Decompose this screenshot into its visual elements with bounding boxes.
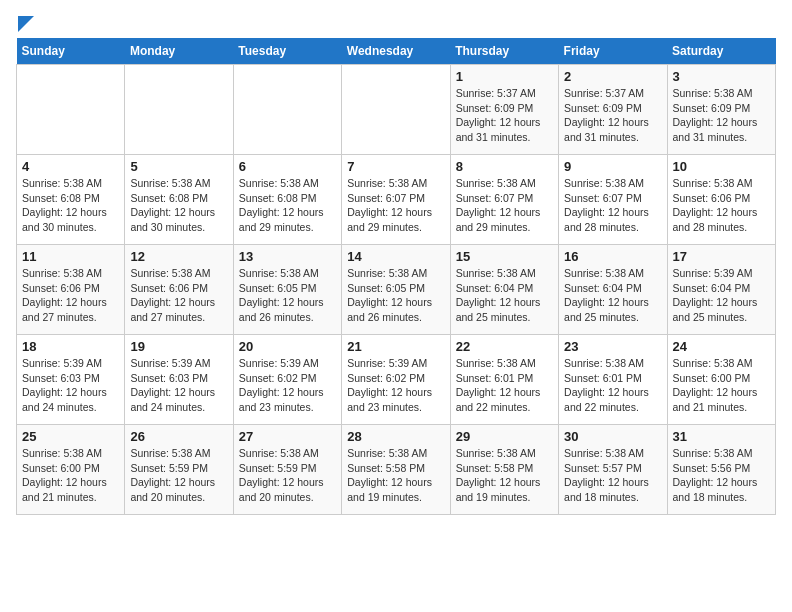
- header-sunday: Sunday: [17, 38, 125, 65]
- calendar-week-row: 25Sunrise: 5:38 AMSunset: 6:00 PMDayligh…: [17, 425, 776, 515]
- calendar-week-row: 18Sunrise: 5:39 AMSunset: 6:03 PMDayligh…: [17, 335, 776, 425]
- calendar-week-row: 1Sunrise: 5:37 AMSunset: 6:09 PMDaylight…: [17, 65, 776, 155]
- calendar-cell: 11Sunrise: 5:38 AMSunset: 6:06 PMDayligh…: [17, 245, 125, 335]
- day-number: 4: [22, 159, 119, 174]
- day-info: Sunrise: 5:38 AMSunset: 5:59 PMDaylight:…: [239, 446, 336, 505]
- day-info: Sunrise: 5:38 AMSunset: 6:07 PMDaylight:…: [347, 176, 444, 235]
- calendar-cell: 20Sunrise: 5:39 AMSunset: 6:02 PMDayligh…: [233, 335, 341, 425]
- header-friday: Friday: [559, 38, 667, 65]
- day-number: 25: [22, 429, 119, 444]
- calendar-cell: 16Sunrise: 5:38 AMSunset: 6:04 PMDayligh…: [559, 245, 667, 335]
- calendar-cell: [17, 65, 125, 155]
- day-info: Sunrise: 5:38 AMSunset: 5:59 PMDaylight:…: [130, 446, 227, 505]
- calendar-cell: 18Sunrise: 5:39 AMSunset: 6:03 PMDayligh…: [17, 335, 125, 425]
- day-number: 23: [564, 339, 661, 354]
- day-number: 12: [130, 249, 227, 264]
- logo-icon: [18, 16, 34, 32]
- day-info: Sunrise: 5:38 AMSunset: 6:08 PMDaylight:…: [130, 176, 227, 235]
- day-number: 18: [22, 339, 119, 354]
- calendar-cell: 22Sunrise: 5:38 AMSunset: 6:01 PMDayligh…: [450, 335, 558, 425]
- calendar-header-row: SundayMondayTuesdayWednesdayThursdayFrid…: [17, 38, 776, 65]
- calendar-cell: 5Sunrise: 5:38 AMSunset: 6:08 PMDaylight…: [125, 155, 233, 245]
- calendar-cell: 19Sunrise: 5:39 AMSunset: 6:03 PMDayligh…: [125, 335, 233, 425]
- calendar-cell: 4Sunrise: 5:38 AMSunset: 6:08 PMDaylight…: [17, 155, 125, 245]
- calendar-cell: 15Sunrise: 5:38 AMSunset: 6:04 PMDayligh…: [450, 245, 558, 335]
- calendar-cell: 3Sunrise: 5:38 AMSunset: 6:09 PMDaylight…: [667, 65, 775, 155]
- day-info: Sunrise: 5:38 AMSunset: 6:05 PMDaylight:…: [347, 266, 444, 325]
- header-tuesday: Tuesday: [233, 38, 341, 65]
- day-info: Sunrise: 5:39 AMSunset: 6:02 PMDaylight:…: [239, 356, 336, 415]
- day-number: 10: [673, 159, 770, 174]
- day-number: 19: [130, 339, 227, 354]
- calendar-cell: 7Sunrise: 5:38 AMSunset: 6:07 PMDaylight…: [342, 155, 450, 245]
- day-info: Sunrise: 5:37 AMSunset: 6:09 PMDaylight:…: [456, 86, 553, 145]
- day-number: 2: [564, 69, 661, 84]
- day-number: 13: [239, 249, 336, 264]
- calendar-cell: 31Sunrise: 5:38 AMSunset: 5:56 PMDayligh…: [667, 425, 775, 515]
- day-number: 15: [456, 249, 553, 264]
- day-number: 7: [347, 159, 444, 174]
- day-info: Sunrise: 5:38 AMSunset: 5:58 PMDaylight:…: [347, 446, 444, 505]
- day-number: 16: [564, 249, 661, 264]
- day-info: Sunrise: 5:38 AMSunset: 6:09 PMDaylight:…: [673, 86, 770, 145]
- day-number: 11: [22, 249, 119, 264]
- day-info: Sunrise: 5:39 AMSunset: 6:02 PMDaylight:…: [347, 356, 444, 415]
- calendar-cell: 26Sunrise: 5:38 AMSunset: 5:59 PMDayligh…: [125, 425, 233, 515]
- header-saturday: Saturday: [667, 38, 775, 65]
- calendar-cell: 6Sunrise: 5:38 AMSunset: 6:08 PMDaylight…: [233, 155, 341, 245]
- day-number: 8: [456, 159, 553, 174]
- day-info: Sunrise: 5:38 AMSunset: 6:00 PMDaylight:…: [673, 356, 770, 415]
- day-number: 22: [456, 339, 553, 354]
- day-number: 28: [347, 429, 444, 444]
- header-thursday: Thursday: [450, 38, 558, 65]
- day-number: 30: [564, 429, 661, 444]
- calendar-cell: 24Sunrise: 5:38 AMSunset: 6:00 PMDayligh…: [667, 335, 775, 425]
- day-number: 24: [673, 339, 770, 354]
- day-info: Sunrise: 5:38 AMSunset: 5:56 PMDaylight:…: [673, 446, 770, 505]
- header-wednesday: Wednesday: [342, 38, 450, 65]
- day-info: Sunrise: 5:38 AMSunset: 5:57 PMDaylight:…: [564, 446, 661, 505]
- calendar-cell: [233, 65, 341, 155]
- calendar-cell: 28Sunrise: 5:38 AMSunset: 5:58 PMDayligh…: [342, 425, 450, 515]
- calendar-cell: 30Sunrise: 5:38 AMSunset: 5:57 PMDayligh…: [559, 425, 667, 515]
- calendar-week-row: 11Sunrise: 5:38 AMSunset: 6:06 PMDayligh…: [17, 245, 776, 335]
- day-info: Sunrise: 5:38 AMSunset: 6:06 PMDaylight:…: [22, 266, 119, 325]
- calendar-cell: 25Sunrise: 5:38 AMSunset: 6:00 PMDayligh…: [17, 425, 125, 515]
- calendar-cell: [342, 65, 450, 155]
- calendar-cell: 1Sunrise: 5:37 AMSunset: 6:09 PMDaylight…: [450, 65, 558, 155]
- day-number: 26: [130, 429, 227, 444]
- day-info: Sunrise: 5:38 AMSunset: 6:08 PMDaylight:…: [239, 176, 336, 235]
- calendar-table: SundayMondayTuesdayWednesdayThursdayFrid…: [16, 38, 776, 515]
- logo: [16, 16, 34, 32]
- day-number: 14: [347, 249, 444, 264]
- day-info: Sunrise: 5:38 AMSunset: 6:04 PMDaylight:…: [456, 266, 553, 325]
- calendar-cell: 27Sunrise: 5:38 AMSunset: 5:59 PMDayligh…: [233, 425, 341, 515]
- day-number: 1: [456, 69, 553, 84]
- header-monday: Monday: [125, 38, 233, 65]
- day-info: Sunrise: 5:38 AMSunset: 6:07 PMDaylight:…: [456, 176, 553, 235]
- day-number: 5: [130, 159, 227, 174]
- calendar-cell: 2Sunrise: 5:37 AMSunset: 6:09 PMDaylight…: [559, 65, 667, 155]
- day-info: Sunrise: 5:38 AMSunset: 6:01 PMDaylight:…: [564, 356, 661, 415]
- day-number: 29: [456, 429, 553, 444]
- day-info: Sunrise: 5:38 AMSunset: 6:04 PMDaylight:…: [564, 266, 661, 325]
- day-number: 3: [673, 69, 770, 84]
- day-number: 20: [239, 339, 336, 354]
- calendar-cell: 14Sunrise: 5:38 AMSunset: 6:05 PMDayligh…: [342, 245, 450, 335]
- day-info: Sunrise: 5:38 AMSunset: 6:00 PMDaylight:…: [22, 446, 119, 505]
- day-number: 27: [239, 429, 336, 444]
- calendar-cell: 9Sunrise: 5:38 AMSunset: 6:07 PMDaylight…: [559, 155, 667, 245]
- day-info: Sunrise: 5:38 AMSunset: 6:08 PMDaylight:…: [22, 176, 119, 235]
- calendar-cell: 29Sunrise: 5:38 AMSunset: 5:58 PMDayligh…: [450, 425, 558, 515]
- day-info: Sunrise: 5:38 AMSunset: 6:01 PMDaylight:…: [456, 356, 553, 415]
- day-info: Sunrise: 5:38 AMSunset: 5:58 PMDaylight:…: [456, 446, 553, 505]
- day-info: Sunrise: 5:38 AMSunset: 6:06 PMDaylight:…: [130, 266, 227, 325]
- calendar-cell: 23Sunrise: 5:38 AMSunset: 6:01 PMDayligh…: [559, 335, 667, 425]
- page-header: [16, 16, 776, 32]
- day-info: Sunrise: 5:39 AMSunset: 6:03 PMDaylight:…: [130, 356, 227, 415]
- calendar-cell: 12Sunrise: 5:38 AMSunset: 6:06 PMDayligh…: [125, 245, 233, 335]
- day-info: Sunrise: 5:39 AMSunset: 6:04 PMDaylight:…: [673, 266, 770, 325]
- day-number: 6: [239, 159, 336, 174]
- day-info: Sunrise: 5:38 AMSunset: 6:07 PMDaylight:…: [564, 176, 661, 235]
- calendar-week-row: 4Sunrise: 5:38 AMSunset: 6:08 PMDaylight…: [17, 155, 776, 245]
